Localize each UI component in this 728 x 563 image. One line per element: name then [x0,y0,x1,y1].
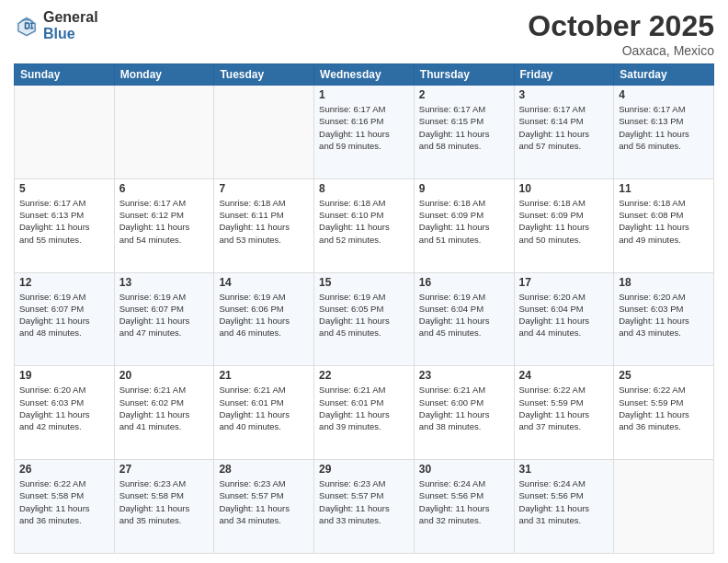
calendar-cell: 13Sunrise: 6:19 AM Sunset: 6:07 PM Dayli… [114,272,214,366]
calendar-cell: 10Sunrise: 6:18 AM Sunset: 6:09 PM Dayli… [514,178,614,272]
day-info: Sunrise: 6:17 AM Sunset: 6:13 PM Dayligh… [19,197,109,246]
day-info: Sunrise: 6:18 AM Sunset: 6:09 PM Dayligh… [519,197,609,246]
calendar-day-header: Wednesday [314,64,415,86]
day-number: 14 [219,276,309,289]
calendar-week-row: 26Sunrise: 6:22 AM Sunset: 5:58 PM Dayli… [15,460,714,554]
calendar-cell: 25Sunrise: 6:22 AM Sunset: 5:59 PM Dayli… [614,366,714,460]
logo-general-text: General [43,9,98,26]
calendar-cell: 16Sunrise: 6:19 AM Sunset: 6:04 PM Dayli… [414,272,514,366]
calendar-cell: 14Sunrise: 6:19 AM Sunset: 6:06 PM Dayli… [214,272,314,366]
day-number: 2 [419,88,509,101]
calendar-cell: 6Sunrise: 6:17 AM Sunset: 6:12 PM Daylig… [114,178,214,272]
calendar-day-header: Sunday [15,64,115,86]
calendar-week-row: 19Sunrise: 6:20 AM Sunset: 6:03 PM Dayli… [15,366,714,460]
day-info: Sunrise: 6:20 AM Sunset: 6:03 PM Dayligh… [19,384,109,432]
day-info: Sunrise: 6:17 AM Sunset: 6:15 PM Dayligh… [419,103,509,152]
calendar-cell: 30Sunrise: 6:24 AM Sunset: 5:56 PM Dayli… [414,460,514,554]
calendar-week-row: 1Sunrise: 6:17 AM Sunset: 6:16 PM Daylig… [15,86,714,179]
calendar-cell: 22Sunrise: 6:21 AM Sunset: 6:01 PM Dayli… [314,366,415,460]
day-info: Sunrise: 6:21 AM Sunset: 6:01 PM Dayligh… [319,384,409,432]
day-info: Sunrise: 6:20 AM Sunset: 6:03 PM Dayligh… [619,291,709,339]
calendar-cell: 29Sunrise: 6:23 AM Sunset: 5:57 PM Dayli… [314,460,415,554]
day-info: Sunrise: 6:17 AM Sunset: 6:14 PM Dayligh… [519,103,609,152]
calendar-cell [114,86,214,179]
logo: General Blue [14,9,98,41]
day-number: 20 [119,369,210,382]
day-number: 15 [319,276,409,289]
calendar-cell: 15Sunrise: 6:19 AM Sunset: 6:05 PM Dayli… [314,272,415,366]
calendar-cell: 26Sunrise: 6:22 AM Sunset: 5:58 PM Dayli… [15,460,115,554]
calendar-cell: 9Sunrise: 6:18 AM Sunset: 6:09 PM Daylig… [414,178,514,272]
calendar-cell: 11Sunrise: 6:18 AM Sunset: 6:08 PM Dayli… [614,178,714,272]
day-info: Sunrise: 6:24 AM Sunset: 5:56 PM Dayligh… [419,477,509,526]
calendar-cell: 12Sunrise: 6:19 AM Sunset: 6:07 PM Dayli… [15,272,115,366]
day-number: 26 [19,463,109,476]
calendar-cell: 27Sunrise: 6:23 AM Sunset: 5:58 PM Dayli… [114,460,214,554]
day-info: Sunrise: 6:18 AM Sunset: 6:08 PM Dayligh… [619,197,709,246]
title-block: October 2025 Oaxaca, Mexico [528,9,714,58]
calendar-cell: 17Sunrise: 6:20 AM Sunset: 6:04 PM Dayli… [514,272,614,366]
calendar-cell: 24Sunrise: 6:22 AM Sunset: 5:59 PM Dayli… [514,366,614,460]
day-info: Sunrise: 6:21 AM Sunset: 6:01 PM Dayligh… [219,384,309,432]
day-number: 16 [419,276,509,289]
calendar-cell [214,86,314,179]
calendar-day-header: Tuesday [214,64,314,86]
day-number: 31 [519,463,609,476]
day-info: Sunrise: 6:23 AM Sunset: 5:57 PM Dayligh… [319,477,409,526]
day-info: Sunrise: 6:22 AM Sunset: 5:59 PM Dayligh… [519,384,609,432]
calendar-cell: 4Sunrise: 6:17 AM Sunset: 6:13 PM Daylig… [614,86,714,179]
day-number: 22 [319,369,409,382]
day-number: 5 [19,182,109,195]
day-number: 17 [519,276,609,289]
day-info: Sunrise: 6:19 AM Sunset: 6:04 PM Dayligh… [419,291,509,339]
day-info: Sunrise: 6:23 AM Sunset: 5:58 PM Dayligh… [119,477,210,526]
day-info: Sunrise: 6:21 AM Sunset: 6:00 PM Dayligh… [419,384,509,432]
day-number: 21 [219,369,309,382]
day-number: 27 [119,463,210,476]
day-number: 24 [519,369,609,382]
calendar-day-header: Saturday [614,64,714,86]
calendar-week-row: 12Sunrise: 6:19 AM Sunset: 6:07 PM Dayli… [15,272,714,366]
day-number: 11 [619,182,709,195]
logo-icon [14,13,40,39]
calendar-day-header: Monday [114,64,214,86]
calendar-header-row: SundayMondayTuesdayWednesdayThursdayFrid… [15,64,714,86]
calendar-day-header: Friday [514,64,614,86]
day-info: Sunrise: 6:17 AM Sunset: 6:12 PM Dayligh… [119,197,210,246]
calendar-cell [15,86,115,179]
calendar-cell: 2Sunrise: 6:17 AM Sunset: 6:15 PM Daylig… [414,86,514,179]
calendar-cell: 28Sunrise: 6:23 AM Sunset: 5:57 PM Dayli… [214,460,314,554]
day-number: 10 [519,182,609,195]
day-number: 6 [119,182,210,195]
day-number: 3 [519,88,609,101]
calendar-cell: 7Sunrise: 6:18 AM Sunset: 6:11 PM Daylig… [214,178,314,272]
day-number: 7 [219,182,309,195]
day-info: Sunrise: 6:24 AM Sunset: 5:56 PM Dayligh… [519,477,609,526]
day-info: Sunrise: 6:19 AM Sunset: 6:05 PM Dayligh… [319,291,409,339]
day-number: 28 [219,463,309,476]
calendar-cell: 8Sunrise: 6:18 AM Sunset: 6:10 PM Daylig… [314,178,415,272]
logo-blue-text: Blue [43,26,98,42]
day-number: 25 [619,369,709,382]
calendar-table: SundayMondayTuesdayWednesdayThursdayFrid… [14,63,714,554]
day-number: 12 [19,276,109,289]
day-info: Sunrise: 6:21 AM Sunset: 6:02 PM Dayligh… [119,384,210,432]
day-number: 13 [119,276,210,289]
day-info: Sunrise: 6:19 AM Sunset: 6:06 PM Dayligh… [219,291,309,339]
day-number: 9 [419,182,509,195]
day-info: Sunrise: 6:22 AM Sunset: 5:58 PM Dayligh… [19,477,109,526]
day-number: 19 [19,369,109,382]
day-info: Sunrise: 6:20 AM Sunset: 6:04 PM Dayligh… [519,291,609,339]
day-info: Sunrise: 6:18 AM Sunset: 6:09 PM Dayligh… [419,197,509,246]
day-info: Sunrise: 6:18 AM Sunset: 6:10 PM Dayligh… [319,197,409,246]
day-info: Sunrise: 6:22 AM Sunset: 5:59 PM Dayligh… [619,384,709,432]
calendar-cell: 18Sunrise: 6:20 AM Sunset: 6:03 PM Dayli… [614,272,714,366]
calendar-cell: 5Sunrise: 6:17 AM Sunset: 6:13 PM Daylig… [15,178,115,272]
day-info: Sunrise: 6:17 AM Sunset: 6:13 PM Dayligh… [619,103,709,152]
day-info: Sunrise: 6:19 AM Sunset: 6:07 PM Dayligh… [119,291,210,339]
day-number: 8 [319,182,409,195]
calendar-cell: 3Sunrise: 6:17 AM Sunset: 6:14 PM Daylig… [514,86,614,179]
calendar-cell: 20Sunrise: 6:21 AM Sunset: 6:02 PM Dayli… [114,366,214,460]
page: General Blue October 2025 Oaxaca, Mexico… [0,0,728,563]
calendar-cell [614,460,714,554]
